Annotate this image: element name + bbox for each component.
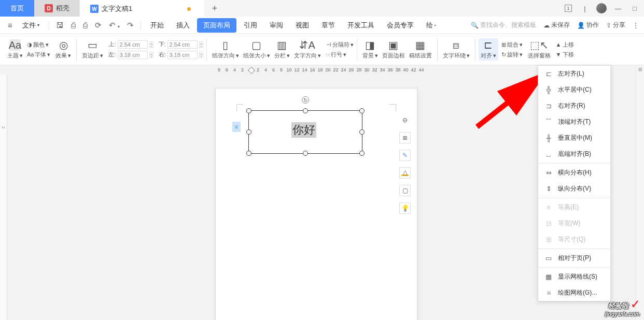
dropdown-item[interactable]: ⇔横向分布(H): [538, 165, 610, 181]
ribbon-align[interactable]: ⊏ 对齐▾: [479, 38, 498, 61]
ribbon-font[interactable]: Aa 字体▾: [27, 51, 50, 59]
ribbon-linenum[interactable]: ⸪ 行号▾: [326, 51, 354, 59]
ribbon-columns[interactable]: ▥ 分栏▾: [272, 38, 292, 61]
minimize-button[interactable]: —: [613, 3, 623, 13]
window-counter[interactable]: 1: [563, 3, 573, 13]
ribbon-upshift[interactable]: ▲ 上移: [556, 41, 575, 49]
handle-tr[interactable]: [359, 108, 365, 113]
dropdown-item[interactable]: ⎴顶端对齐(T): [538, 114, 610, 130]
handle-bm[interactable]: [303, 151, 308, 156]
align-item-icon: ╫: [544, 134, 553, 142]
text-box-content[interactable]: 你好: [291, 122, 316, 138]
ribbon-grid[interactable]: ▦ 稿纸设置: [407, 38, 434, 61]
print-icon[interactable]: ⎙: [80, 21, 90, 30]
ribbon-color[interactable]: ◑ 颜色▾: [27, 41, 50, 49]
menu-start[interactable]: 开始: [145, 19, 169, 32]
redo-icon[interactable]: ↷: [124, 21, 136, 30]
ribbon-textdir[interactable]: ⇵A 文字方向▾: [292, 38, 323, 61]
handle-mr[interactable]: [359, 129, 365, 135]
dropdown-item[interactable]: ⎵底端对齐(B): [538, 146, 610, 162]
align-item-icon: ⎵: [544, 150, 553, 158]
selectpane-icon: ⬚↖: [534, 39, 545, 51]
menu-chapter[interactable]: 章节: [316, 19, 340, 32]
page-corner-tl: [236, 104, 244, 111]
dropdown-item[interactable]: ╫垂直居中(M): [538, 130, 610, 146]
refresh-icon[interactable]: ⟳: [92, 21, 104, 30]
menu-devtools[interactable]: 开发工具: [342, 19, 380, 32]
tab-docke[interactable]: D 稻壳: [34, 0, 80, 17]
handle-tm[interactable]: [303, 108, 308, 113]
margin-left-input[interactable]: 3.18 cm: [118, 51, 148, 59]
handle-bl[interactable]: [246, 151, 251, 156]
hamburger-icon[interactable]: ≡: [5, 21, 15, 30]
share-button[interactable]: ⇪ 分享: [606, 21, 625, 30]
side-highlight-button[interactable]: △: [399, 167, 411, 179]
tab-document[interactable]: W 文字文稿1: [80, 0, 204, 17]
dropdown-item[interactable]: ▦显示网格线(S): [538, 269, 610, 285]
file-menu[interactable]: 文件 ▾: [17, 19, 45, 32]
dropdown-item[interactable]: ⊏左对齐(L): [538, 66, 610, 82]
page-corner-tr: [389, 104, 396, 111]
save-icon[interactable]: 🖫: [53, 21, 66, 30]
ribbon-background[interactable]: ◨ 背景▾: [360, 38, 380, 61]
dropdown-item[interactable]: ⊐右对齐(R): [538, 98, 610, 114]
dropdown-item[interactable]: ▭相对于页(P): [538, 250, 610, 266]
align-dropdown: ⊏左对齐(L)╬水平居中(C)⊐右对齐(R)⎴顶端对齐(T)╫垂直居中(M)⎵底…: [538, 65, 611, 301]
unsaved-status[interactable]: ☁ 未保存: [543, 21, 570, 30]
menu-draw[interactable]: 绘 ▸: [421, 19, 442, 32]
ribbon-textwrap[interactable]: ⧈ 文字环绕▾: [441, 38, 472, 61]
side-wrap-button[interactable]: ≣: [399, 132, 411, 143]
margin-top-input[interactable]: 2.54 cm: [118, 40, 148, 49]
menu-reference[interactable]: 引用: [239, 19, 262, 32]
more-icon[interactable]: ⋮: [633, 22, 639, 29]
ribbon-effect[interactable]: ◎ 效果▾: [53, 38, 73, 61]
side-bulb-button[interactable]: 💡: [399, 202, 411, 214]
handle-ml[interactable]: [246, 129, 251, 135]
dropdown-item: ≡等高(E): [538, 199, 610, 215]
ribbon-rotate[interactable]: ↻ 旋转▾: [501, 51, 523, 59]
page[interactable]: ≡ ↻ 你好 ⊖ ≣ ✎ △ ▢ 💡: [215, 88, 417, 320]
rotate-handle-icon[interactable]: ↻: [302, 96, 309, 104]
ribbon-downshift[interactable]: ▼ 下移: [556, 51, 575, 59]
divider: |: [580, 3, 590, 13]
side-shape-button[interactable]: ▢: [399, 185, 411, 196]
search-box[interactable]: 🔍 查找命令、搜索模板: [471, 21, 536, 30]
ribbon-theme[interactable]: Aa 主题▾: [5, 38, 25, 61]
menu-member[interactable]: 会员专享: [382, 19, 419, 32]
ribbon-pageborder[interactable]: ▣ 页面边框: [380, 38, 407, 61]
print-preview-icon[interactable]: ⎙: [68, 21, 78, 30]
handle-tl[interactable]: [246, 108, 251, 113]
dropdown-item[interactable]: ⌗绘图网格(G)...: [538, 285, 610, 301]
ribbon-margin[interactable]: ▭ 页边距▾: [80, 38, 105, 61]
dropdown-item[interactable]: ╬水平居中(C): [538, 82, 610, 98]
ribbon-selectpane[interactable]: ⬚↖ 选择窗格: [526, 38, 553, 61]
margin-right-input[interactable]: 3.18 cm: [167, 51, 198, 59]
margin-bottom-row: 下:2.54 cm▴▾: [159, 40, 203, 49]
margin-bottom-input[interactable]: 2.54 cm: [167, 40, 198, 49]
theme-icon: Aa: [9, 39, 21, 51]
ribbon-orientation[interactable]: ▯ 纸张方向▾: [210, 38, 241, 61]
tab-home[interactable]: 首页: [0, 0, 34, 17]
align-item-icon: ⇕: [544, 185, 553, 193]
menu-page-layout[interactable]: 页面布局: [197, 18, 236, 33]
align-item-icon: ⊐: [544, 102, 553, 110]
ribbon-combine[interactable]: ⊞ 组合▾: [501, 41, 523, 49]
text-box[interactable]: ↻ 你好: [248, 110, 362, 154]
ribbon-separator[interactable]: ⊣ 分隔符▾: [326, 41, 354, 49]
vertical-scrollbar[interactable]: ⊞: [636, 65, 644, 320]
handle-br[interactable]: [359, 151, 365, 156]
coop-button[interactable]: 👤 协作: [577, 21, 599, 30]
dropdown-item[interactable]: ⇕纵向分布(V): [538, 181, 610, 197]
word-icon: W: [90, 5, 99, 13]
new-tab-button[interactable]: +: [204, 3, 225, 14]
scroll-settings-icon[interactable]: ⊞: [637, 66, 644, 73]
side-pencil-button[interactable]: ✎: [399, 150, 411, 161]
undo-icon[interactable]: ↶ ▾: [106, 21, 122, 30]
maximize-button[interactable]: □: [629, 3, 640, 13]
avatar[interactable]: [596, 3, 607, 13]
menu-review[interactable]: 审阅: [264, 19, 288, 32]
side-minus-button[interactable]: ⊖: [399, 114, 411, 126]
menu-view[interactable]: 视图: [290, 19, 314, 32]
menu-insert[interactable]: 插入: [171, 19, 195, 32]
ribbon-size[interactable]: ▢ 纸张大小▾: [241, 38, 272, 61]
